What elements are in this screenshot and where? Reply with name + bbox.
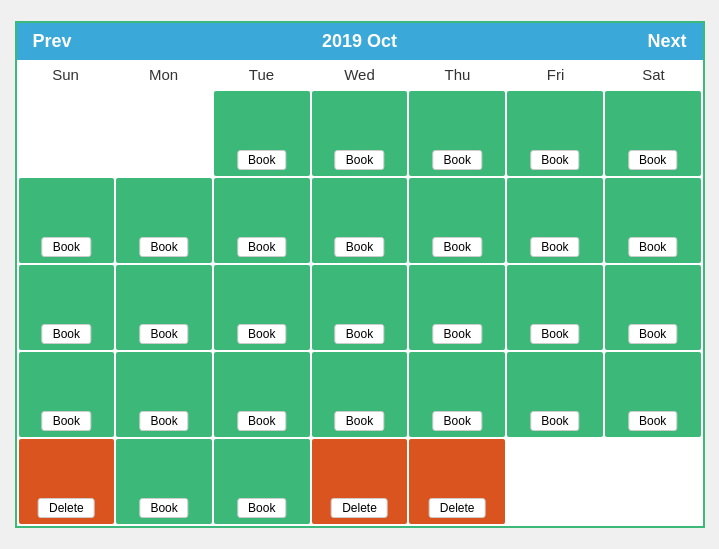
- book-button[interactable]: Book: [42, 324, 91, 344]
- book-button[interactable]: Book: [139, 324, 188, 344]
- calendar-cell: [605, 439, 701, 524]
- weekday-label-sun: Sun: [17, 66, 115, 83]
- calendar-cell: Book: [605, 91, 701, 176]
- calendar-cell: [19, 91, 115, 176]
- calendar-grid: BookBookBookBookBookBookBookBookBookBook…: [17, 89, 703, 526]
- book-button[interactable]: Book: [237, 411, 286, 431]
- calendar-cell: Book: [507, 91, 603, 176]
- calendar-cell: Book: [507, 178, 603, 263]
- delete-button[interactable]: Delete: [38, 498, 95, 518]
- book-button[interactable]: Book: [530, 411, 579, 431]
- book-button[interactable]: Book: [530, 150, 579, 170]
- book-button[interactable]: Book: [139, 498, 188, 518]
- book-button[interactable]: Book: [628, 150, 677, 170]
- calendar-title: 2019 Oct: [322, 31, 397, 52]
- book-button[interactable]: Book: [433, 150, 482, 170]
- book-button[interactable]: Book: [42, 237, 91, 257]
- calendar-cell: Book: [214, 265, 310, 350]
- calendar-cell: Book: [312, 178, 408, 263]
- calendar-cell: Book: [409, 352, 505, 437]
- book-button[interactable]: Book: [628, 324, 677, 344]
- book-button[interactable]: Book: [139, 411, 188, 431]
- calendar-cell: Book: [19, 352, 115, 437]
- calendar-cell: Delete: [409, 439, 505, 524]
- delete-button[interactable]: Delete: [429, 498, 486, 518]
- calendar-cell: Book: [605, 178, 701, 263]
- calendar-cell: Book: [312, 352, 408, 437]
- calendar-cell: Book: [507, 265, 603, 350]
- calendar-cell: Book: [409, 178, 505, 263]
- calendar-cell: Book: [116, 265, 212, 350]
- weekday-label-wed: Wed: [311, 66, 409, 83]
- weekday-label-tue: Tue: [213, 66, 311, 83]
- calendar-cell: Book: [214, 91, 310, 176]
- weekday-label-sat: Sat: [605, 66, 703, 83]
- prev-button[interactable]: Prev: [33, 31, 72, 52]
- calendar-cell: Book: [507, 352, 603, 437]
- book-button[interactable]: Book: [433, 411, 482, 431]
- book-button[interactable]: Book: [530, 324, 579, 344]
- calendar-header: Prev 2019 Oct Next: [17, 23, 703, 60]
- book-button[interactable]: Book: [237, 498, 286, 518]
- calendar-cell: Book: [312, 91, 408, 176]
- book-button[interactable]: Book: [628, 237, 677, 257]
- calendar-cell: Book: [19, 178, 115, 263]
- book-button[interactable]: Book: [237, 150, 286, 170]
- calendar-cell: [507, 439, 603, 524]
- book-button[interactable]: Book: [237, 324, 286, 344]
- calendar-cell: Book: [409, 265, 505, 350]
- calendar-cell: Book: [19, 265, 115, 350]
- book-button[interactable]: Book: [433, 324, 482, 344]
- book-button[interactable]: Book: [530, 237, 579, 257]
- calendar-cell: Book: [116, 439, 212, 524]
- calendar-cell: Delete: [312, 439, 408, 524]
- calendar-cell: Book: [605, 352, 701, 437]
- calendar-cell: Book: [116, 352, 212, 437]
- calendar-cell: Book: [214, 439, 310, 524]
- weekday-row: SunMonTueWedThuFriSat: [17, 60, 703, 89]
- calendar-cell: Book: [116, 178, 212, 263]
- calendar-cell: Book: [409, 91, 505, 176]
- book-button[interactable]: Book: [628, 411, 677, 431]
- weekday-label-fri: Fri: [507, 66, 605, 83]
- calendar-container: Prev 2019 Oct Next SunMonTueWedThuFriSat…: [15, 21, 705, 528]
- book-button[interactable]: Book: [335, 150, 384, 170]
- calendar-cell: Book: [214, 178, 310, 263]
- book-button[interactable]: Book: [335, 237, 384, 257]
- weekday-label-mon: Mon: [115, 66, 213, 83]
- calendar-cell: [116, 91, 212, 176]
- calendar-cell: Book: [214, 352, 310, 437]
- book-button[interactable]: Book: [433, 237, 482, 257]
- delete-button[interactable]: Delete: [331, 498, 388, 518]
- book-button[interactable]: Book: [139, 237, 188, 257]
- next-button[interactable]: Next: [647, 31, 686, 52]
- weekday-label-thu: Thu: [409, 66, 507, 83]
- book-button[interactable]: Book: [335, 411, 384, 431]
- book-button[interactable]: Book: [42, 411, 91, 431]
- calendar-cell: Book: [605, 265, 701, 350]
- book-button[interactable]: Book: [335, 324, 384, 344]
- book-button[interactable]: Book: [237, 237, 286, 257]
- calendar-cell: Book: [312, 265, 408, 350]
- calendar-cell: Delete: [19, 439, 115, 524]
